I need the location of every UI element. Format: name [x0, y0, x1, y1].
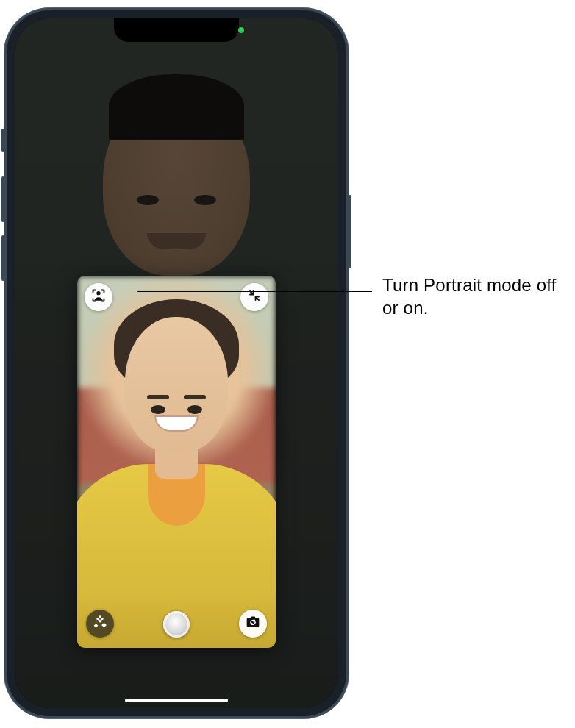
portrait-mode-button[interactable] — [85, 283, 113, 311]
home-indicator[interactable] — [125, 699, 228, 702]
effects-icon — [92, 614, 108, 633]
svg-point-0 — [96, 291, 100, 295]
phone-bezel — [7, 10, 346, 716]
remote-face-illustration — [103, 92, 250, 276]
shutter-button[interactable] — [163, 611, 190, 638]
self-view-tile[interactable] — [77, 276, 276, 648]
iphone-device-frame — [4, 7, 349, 719]
effects-button[interactable] — [86, 610, 114, 638]
camera-active-indicator — [238, 27, 244, 33]
mute-switch — [1, 129, 4, 152]
portrait-mode-icon — [91, 288, 106, 306]
notch — [114, 18, 239, 42]
side-button — [349, 195, 351, 268]
callout-leader-line — [137, 291, 372, 292]
screen — [15, 18, 338, 708]
self-view-person — [77, 276, 276, 648]
flip-camera-icon — [246, 615, 260, 632]
callout-text: Turn Portrait mode off or on. — [382, 274, 574, 319]
flip-camera-button[interactable] — [239, 610, 267, 638]
volume-up-button — [1, 176, 4, 222]
minimize-pip-button[interactable] — [240, 283, 268, 311]
volume-down-button — [1, 235, 4, 281]
